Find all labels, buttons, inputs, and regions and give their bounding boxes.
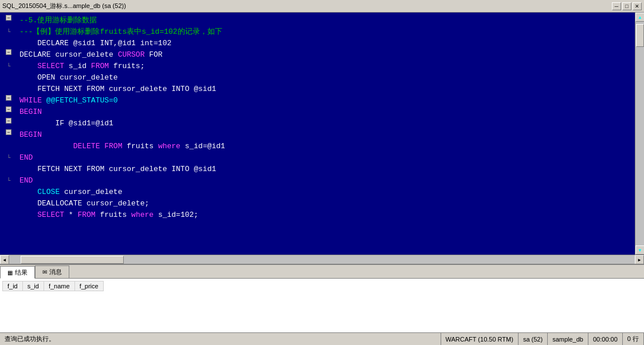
minimize-button[interactable]: ─ <box>612 2 621 10</box>
column-header-s_id: s_id <box>22 281 44 291</box>
code-line: └---【例】使用游标删除fruits表中s_id=102的记录，如下 <box>0 26 635 38</box>
code-token: SELECT <box>37 211 64 219</box>
scroll-up-button[interactable]: ▲ <box>635 13 644 22</box>
line-gutter: − <box>0 95 17 101</box>
column-header-f_price: f_price <box>74 281 103 291</box>
code-token: END <box>19 153 33 162</box>
h-scroll-track <box>9 255 635 264</box>
status-server: WARCAFT (10.50 RTM) <box>441 333 519 346</box>
code-token: SELECT <box>37 62 64 70</box>
code-text: --5.使用游标删除数据 <box>17 15 97 26</box>
code-text: WHILE @@FETCH_STATUS=0 <box>17 95 118 106</box>
code-token: BEGIN <box>19 108 42 116</box>
code-text: ---【例】使用游标删除fruits表中s_id=102的记录，如下 <box>17 26 222 38</box>
code-token: fruits; <box>109 62 144 70</box>
code-token: --5.使用游标删除数据 <box>19 16 97 25</box>
line-connector: └ <box>7 152 11 164</box>
code-line: DECLARE @sid1 INT,@id1 int=102 <box>0 38 635 49</box>
line-gutter: └ <box>0 175 17 187</box>
code-text: OPEN cursor_delete <box>17 72 118 84</box>
code-token: FROM <box>104 142 122 150</box>
code-token: where <box>131 211 154 219</box>
code-token: DEALLOCATE cursor_delete; <box>37 199 149 208</box>
line-gutter: − <box>0 129 17 135</box>
column-header-f_id: f_id <box>3 281 23 291</box>
status-user: sa (52) <box>519 333 548 346</box>
code-text: SELECT s_id FROM fruits; <box>17 61 144 72</box>
code-scroll-area[interactable]: −--5.使用游标删除数据└---【例】使用游标删除fruits表中s_id=1… <box>0 13 635 255</box>
title-bar: SQL_20150504_游标.s...ample_db (sa (52)) ─… <box>0 0 644 13</box>
status-database: sample_db <box>548 333 588 346</box>
status-left: 查询已成功执行。 <box>0 335 441 343</box>
code-token: s_id <box>64 62 91 70</box>
line-connector: └ <box>7 61 11 72</box>
code-line: −BEGIN <box>0 106 635 118</box>
scroll-down-button[interactable]: ▼ <box>635 245 644 255</box>
bottom-panel: ▦结果✉消息 f_ids_idf_namef_price <box>0 264 644 332</box>
scroll-thumb[interactable] <box>636 24 644 47</box>
line-gutter: − <box>0 118 17 124</box>
line-connector: └ <box>7 175 11 187</box>
code-token: BEGIN <box>19 130 42 139</box>
line-gutter: − <box>0 49 17 55</box>
line-gutter: └ <box>0 26 17 38</box>
code-token: cursor_delete <box>60 188 122 196</box>
tab-messages[interactable]: ✉消息 <box>35 265 69 278</box>
collapse-button[interactable]: − <box>6 95 11 101</box>
line-gutter: └ <box>0 152 17 164</box>
line-gutter: − <box>0 106 17 112</box>
collapse-button[interactable]: − <box>6 49 11 55</box>
status-time: 00:00:00 <box>588 333 623 346</box>
tab-label-results: 结果 <box>15 268 28 277</box>
code-token: WHILE <box>19 96 42 105</box>
code-text: DECLARE cursor_delete CURSOR FOR <box>17 49 163 61</box>
code-text: DECLARE @sid1 INT,@id1 int=102 <box>17 38 171 49</box>
code-token: s_id=@id1 <box>180 142 225 150</box>
code-line: └END <box>0 152 635 164</box>
status-bar: 查询已成功执行。 WARCAFT (10.50 RTM) sa (52) sam… <box>0 332 644 345</box>
code-line: CLOSE cursor_delete <box>0 187 635 198</box>
code-line: SELECT * FROM fruits where s_id=102; <box>0 209 635 221</box>
line-gutter: − <box>0 15 17 21</box>
code-line: −--5.使用游标删除数据 <box>0 15 635 26</box>
results-table: f_ids_idf_namef_price <box>2 281 104 291</box>
code-token: s_id=102; <box>154 211 198 219</box>
code-line: −BEGIN <box>0 129 635 141</box>
code-token: FROM <box>91 62 109 70</box>
maximize-button[interactable]: □ <box>622 2 631 10</box>
code-token <box>42 96 46 105</box>
code-text: BEGIN <box>17 106 42 118</box>
h-scroll-left-button[interactable]: ◄ <box>0 255 9 264</box>
code-token: DELETE <box>73 142 100 150</box>
code-token: FOR <box>144 50 162 59</box>
title-buttons: ─ □ ✕ <box>612 2 642 10</box>
code-line: └ SELECT s_id FROM fruits; <box>0 61 635 72</box>
right-scrollbar[interactable]: ▲ ▼ <box>635 13 644 255</box>
code-token: DECLARE @sid1 INT,@id1 int=102 <box>37 39 171 47</box>
code-text: IF @sid1=@id1 <box>17 118 113 129</box>
h-scroll-right-button[interactable]: ► <box>635 255 644 264</box>
collapse-button[interactable]: − <box>6 129 11 135</box>
tab-icon-results: ▦ <box>7 269 13 276</box>
code-token: IF @sid1=@id1 <box>55 119 113 128</box>
code-line: FETCH NEXT FROM cursor_delete INTO @sid1 <box>0 84 635 95</box>
tab-results[interactable]: ▦结果 <box>0 266 35 279</box>
code-text: END <box>17 175 33 187</box>
scroll-track <box>635 22 644 245</box>
tab-label-messages: 消息 <box>49 268 62 276</box>
collapse-button[interactable]: − <box>6 118 11 124</box>
code-token: FETCH NEXT FROM cursor_delete INTO @sid1 <box>37 165 216 173</box>
code-line: FETCH NEXT FROM cursor_delete INTO @sid1 <box>0 164 635 175</box>
line-connector: └ <box>7 26 11 38</box>
code-token: OPEN cursor_delete <box>37 73 117 82</box>
h-scroll-thumb[interactable] <box>21 256 124 264</box>
h-scrollbar[interactable]: ◄ ► <box>0 255 644 264</box>
collapse-button[interactable]: − <box>6 106 11 112</box>
column-header-f_name: f_name <box>44 281 74 291</box>
code-text: END <box>17 152 33 164</box>
tab-icon-messages: ✉ <box>42 269 47 275</box>
collapse-button[interactable]: − <box>6 15 11 21</box>
close-button[interactable]: ✕ <box>633 2 642 10</box>
status-right: WARCAFT (10.50 RTM) sa (52) sample_db 00… <box>441 333 644 346</box>
code-token: CURSOR <box>118 50 145 59</box>
